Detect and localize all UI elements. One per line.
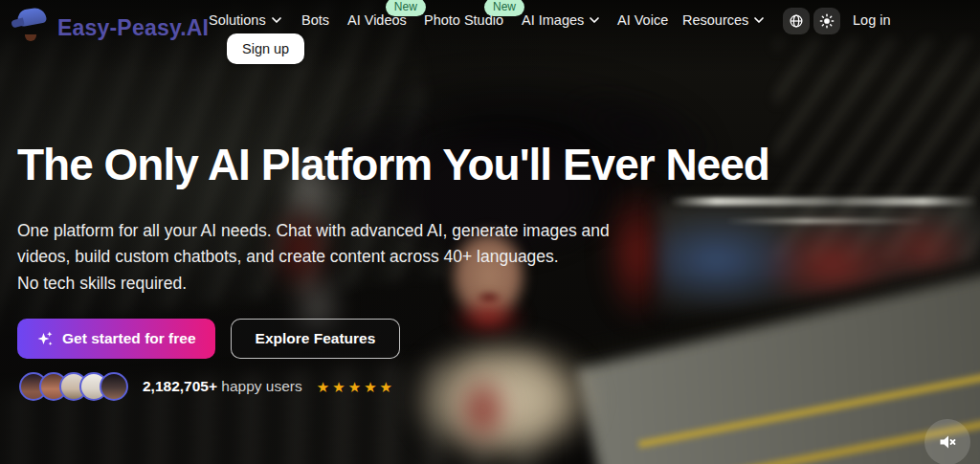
explore-features-button[interactable]: Explore Features xyxy=(231,319,401,359)
star-icon xyxy=(317,380,329,394)
new-badge: New xyxy=(386,0,426,16)
brand-logo[interactable]: Easy-Peasy.AI xyxy=(11,8,209,48)
mute-button[interactable] xyxy=(924,419,970,464)
star-icon xyxy=(364,380,376,394)
signup-button[interactable]: Sign up xyxy=(227,33,304,64)
nav-item-resources[interactable]: Resources xyxy=(682,12,765,28)
social-proof: 2,182,705+ happy users xyxy=(19,372,392,401)
chevron-down-icon xyxy=(271,14,282,26)
chevron-down-icon xyxy=(589,14,600,26)
speaker-muted-icon xyxy=(937,431,958,453)
nav-item-bots[interactable]: Bots xyxy=(301,12,329,28)
login-link[interactable]: Log in xyxy=(853,12,891,28)
brand-name: Easy-Peasy.AI xyxy=(57,15,209,41)
happy-users-label: happy users xyxy=(221,378,301,394)
star-rating xyxy=(317,380,392,394)
theme-toggle-button[interactable] xyxy=(813,8,840,34)
happy-users-text: 2,182,705+ happy users xyxy=(143,378,302,395)
avatar xyxy=(100,372,128,401)
avatar-group xyxy=(19,372,128,401)
sparkles-icon xyxy=(36,330,54,347)
star-icon xyxy=(348,380,361,394)
nav-item-ai-voice[interactable]: AI Voice xyxy=(617,12,668,28)
cta-row: Get started for free Explore Features xyxy=(17,319,400,359)
logo-mascot-icon xyxy=(11,8,50,48)
nav-item-ai-videos[interactable]: AI Videos New xyxy=(347,12,407,28)
easy-peasy-homepage: Easy-Peasy.AI Solutions Bots AI Videos N… xyxy=(0,0,980,464)
nav-item-photo-studio[interactable]: Photo Studio New xyxy=(424,12,503,28)
chevron-down-icon xyxy=(753,14,765,26)
hero-description: One platform for all your AI needs. Chat… xyxy=(17,218,644,297)
page-title: The Only AI Platform You'll Ever Need xyxy=(17,140,917,190)
star-icon xyxy=(380,380,392,394)
language-button[interactable] xyxy=(783,8,810,34)
get-started-button[interactable]: Get started for free xyxy=(17,319,215,359)
happy-users-count: 2,182,705+ xyxy=(143,378,217,394)
star-icon xyxy=(332,380,345,394)
nav-item-ai-images[interactable]: AI Images xyxy=(522,12,600,28)
new-badge: New xyxy=(484,0,524,16)
globe-icon xyxy=(789,13,804,29)
sun-icon xyxy=(819,13,835,29)
nav-item-solutions[interactable]: Solutions xyxy=(209,12,282,28)
